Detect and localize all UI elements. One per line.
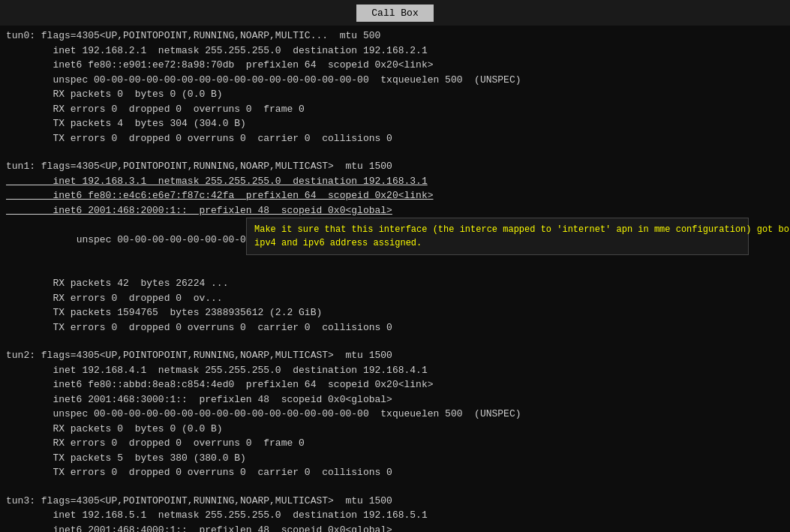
tun2-inet: inet 192.168.4.1 netmask 255.255.255.0 d… — [6, 363, 784, 378]
tun0-tx-packets: TX packets 4 bytes 304 (304.0 B) — [6, 116, 784, 131]
tun1-unspec-row: unspec 00-00-00-00-00-00-00-00-00-00-00-… — [6, 218, 784, 276]
tun1-tx-errors: TX errors 0 dropped 0 overruns 0 carrier… — [6, 320, 784, 335]
tun2-rx-packets: RX packets 0 bytes 0 (0.0 B) — [6, 422, 784, 437]
tun1-rx-packets: RX packets 42 bytes 26224 ... — [6, 276, 784, 291]
empty-line-1 — [6, 146, 784, 159]
title-bar: Call Box — [0, 0, 790, 26]
tun1-inet6-1: inet6 fe80::e4c6:e6e7:f87c:42fa prefixle… — [6, 188, 784, 203]
tun1-unspec-text: unspec 00-00-00-00-00-00-00-00-00-00-00-… — [29, 234, 545, 245]
tun0-header: tun0: flags=4305<UP,POINTOPOINT,RUNNING,… — [6, 29, 784, 44]
tun2-tx-packets: TX packets 5 bytes 380 (380.0 B) — [6, 451, 784, 466]
tun1-tx-packets: TX packets 1594765 bytes 2388935612 (2.2… — [6, 305, 784, 320]
tun0-unspec: unspec 00-00-00-00-00-00-00-00-00-00-00-… — [6, 73, 784, 88]
empty-line-2 — [6, 335, 784, 348]
tun3-inet: inet 192.168.5.1 netmask 255.255.255.0 d… — [6, 508, 784, 523]
tun0-inet6: inet6 fe80::e901:ee72:8a98:70db prefixle… — [6, 58, 784, 73]
tun0-rx-packets: RX packets 0 bytes 0 (0.0 B) — [6, 87, 784, 102]
title-label: Call Box — [356, 5, 433, 22]
tun3-inet6-1: inet6 2001:468:4000:1:: prefixlen 48 sco… — [6, 523, 784, 533]
tun0-inet: inet 192.168.2.1 netmask 255.255.255.0 d… — [6, 44, 784, 59]
tun2-inet6-2: inet6 2001:468:3000:1:: prefixlen 48 sco… — [6, 392, 784, 407]
tun2-unspec: unspec 00-00-00-00-00-00-00-00-00-00-00-… — [6, 407, 784, 422]
tun0-tx-errors: TX errors 0 dropped 0 overruns 0 carrier… — [6, 131, 784, 146]
tun0-rx-errors: RX errors 0 dropped 0 overruns 0 frame 0 — [6, 102, 784, 117]
tun2-inet6-1: inet6 fe80::abbd:8ea8:c854:4ed0 prefixle… — [6, 377, 784, 392]
tun2-rx-errors: RX errors 0 dropped 0 overruns 0 frame 0 — [6, 436, 784, 451]
tun1-inet6-2: inet6 2001:468:2000:1:: prefixlen 48 sco… — [6, 203, 784, 218]
tun1-rx-errors: RX errors 0 dropped 0 ov... — [6, 291, 784, 306]
tun3-header: tun3: flags=4305<UP,POINTOPOINT,RUNNING,… — [6, 494, 784, 509]
terminal-content: tun0: flags=4305<UP,POINTOPOINT,RUNNING,… — [0, 26, 790, 532]
tun2-header: tun2: flags=4305<UP,POINTOPOINT,RUNNING,… — [6, 348, 784, 363]
tun2-tx-errors: TX errors 0 dropped 0 overruns 0 carrier… — [6, 465, 784, 480]
empty-line-3 — [6, 480, 784, 494]
tun1-header: tun1: flags=4305<UP,POINTOPOINT,RUNNING,… — [6, 159, 784, 174]
tun1-inet: inet 192.168.3.1 netmask 255.255.255.0 d… — [6, 174, 784, 189]
